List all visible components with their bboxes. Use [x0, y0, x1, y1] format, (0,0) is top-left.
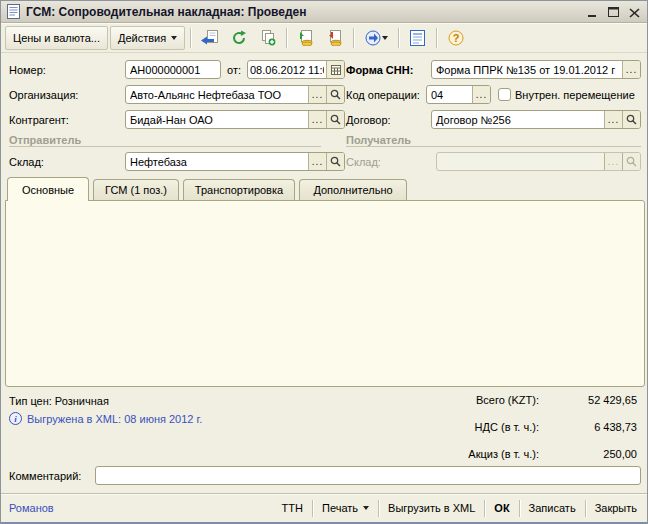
receiver-warehouse-field: ...: [436, 152, 641, 171]
choose-button[interactable]: ...: [308, 153, 326, 170]
receiver-section-title: Получатель: [346, 134, 411, 146]
number-label: Номер:: [9, 64, 46, 76]
prices-currency-label: Цены и валюта...: [13, 32, 100, 44]
tab-label: Основные: [22, 184, 74, 196]
toolbar-separator: [398, 28, 399, 48]
operation-code-input[interactable]: [427, 86, 472, 103]
close-form-button[interactable]: Закрыть: [586, 498, 639, 518]
help-button[interactable]: ?: [442, 26, 469, 50]
actions-menu-button[interactable]: Действия: [110, 26, 185, 50]
sender-section-title: Отправитель: [9, 134, 81, 146]
counterparty-field[interactable]: ...: [125, 110, 345, 129]
date-prefix-label: от:: [227, 64, 241, 76]
window-title: ГСМ: Сопроводительная накладная: Проведе…: [26, 5, 580, 19]
comment-label: Комментарий:: [9, 470, 81, 482]
contract-label: Договор:: [346, 114, 391, 126]
reread-document-button[interactable]: [196, 26, 223, 50]
document-icon: [7, 4, 20, 19]
info-icon: i: [9, 412, 22, 425]
go-to-button[interactable]: [359, 26, 393, 50]
toolbar-separator: [286, 28, 287, 48]
title-bar: ГСМ: Сопроводительная накладная: Проведе…: [1, 1, 647, 23]
prices-currency-button[interactable]: Цены и валюта...: [5, 26, 108, 50]
print-button[interactable]: Печать: [313, 498, 378, 518]
subordination-structure-button[interactable]: [404, 26, 431, 50]
date-field[interactable]: [247, 60, 345, 79]
magnifier-icon[interactable]: [326, 86, 344, 103]
tab-transportation[interactable]: Транспортировка: [183, 179, 295, 200]
excise-value: 250,00: [603, 448, 637, 460]
section-divider: [346, 146, 641, 147]
close-button[interactable]: [628, 6, 641, 18]
status-bar: Романов ТТН Печать Выгрузить в XML ОК За…: [1, 493, 647, 522]
vat-value: 6 438,73: [594, 421, 637, 433]
chevron-down-icon: [171, 36, 177, 40]
organization-field[interactable]: ...: [125, 85, 345, 104]
refresh-button[interactable]: [225, 26, 252, 50]
svg-text:?: ?: [452, 32, 459, 44]
section-divider: [9, 146, 321, 147]
tab-label: ГСМ (1 поз.): [105, 184, 167, 196]
save-button[interactable]: Записать: [520, 498, 585, 518]
number-input[interactable]: [126, 61, 220, 78]
comment-field[interactable]: [95, 466, 641, 485]
total-value: 52 429,65: [588, 394, 637, 406]
minimize-button[interactable]: [586, 6, 599, 18]
contract-field[interactable]: ...: [431, 110, 641, 129]
magnifier-icon[interactable]: [326, 153, 344, 170]
choose-button[interactable]: ...: [604, 111, 622, 128]
chevron-down-icon: [363, 506, 369, 510]
toolbar-separator: [436, 28, 437, 48]
date-input[interactable]: [248, 61, 326, 78]
user-name-link[interactable]: Романов: [9, 502, 273, 514]
choose-button[interactable]: ...: [472, 86, 490, 103]
sender-warehouse-field[interactable]: ...: [125, 152, 345, 171]
main-tab-panel: [5, 200, 645, 387]
toolbar-separator: [353, 28, 354, 48]
tab-additional[interactable]: Дополнительно: [299, 179, 407, 200]
toolbar-separator: [190, 28, 191, 48]
copy-document-button[interactable]: [254, 26, 281, 50]
choose-button[interactable]: ...: [308, 111, 326, 128]
tab-gsm[interactable]: ГСМ (1 поз.): [93, 179, 179, 200]
contract-input[interactable]: [432, 111, 604, 128]
magnifier-icon: [622, 153, 640, 170]
xml-export-note: Выгружена в XML: 08 июня 2012 г.: [27, 413, 202, 425]
sender-warehouse-input[interactable]: [126, 153, 308, 170]
magnifier-icon[interactable]: [326, 111, 344, 128]
total-label: Всего (KZT):: [476, 394, 539, 406]
excise-label: Акциз (в т. ч.):: [468, 448, 539, 460]
print-label: Печать: [322, 502, 358, 514]
vat-label: НДС (в т. ч.):: [475, 421, 539, 433]
sender-warehouse-label: Склад:: [9, 156, 44, 168]
counterparty-input[interactable]: [126, 111, 308, 128]
choose-button[interactable]: ...: [622, 61, 640, 78]
snn-form-field[interactable]: ...: [431, 60, 641, 79]
tab-main[interactable]: Основные: [7, 177, 89, 201]
toolbar: Цены и валюта... Действия: [1, 23, 647, 53]
ttn-button[interactable]: ТТН: [273, 498, 312, 518]
choose-button: ...: [604, 153, 622, 170]
snn-form-label: Форма СНН:: [346, 64, 413, 76]
tab-label: Дополнительно: [313, 184, 392, 196]
price-type-text: Тип цен: Розничная: [9, 395, 109, 407]
comment-input[interactable]: [96, 467, 640, 484]
ok-button[interactable]: ОК: [485, 498, 518, 518]
receiver-warehouse-label: Склад:: [346, 156, 381, 168]
number-field[interactable]: [125, 60, 221, 79]
magnifier-icon[interactable]: [622, 111, 640, 128]
document-postings-button[interactable]: [292, 26, 319, 50]
receiver-warehouse-input: [437, 153, 604, 170]
organization-label: Организация:: [9, 89, 78, 101]
operation-code-field[interactable]: ...: [426, 85, 491, 104]
document-window: ГСМ: Сопроводительная накладная: Проведе…: [0, 0, 648, 524]
snn-form-input[interactable]: [432, 61, 622, 78]
choose-button[interactable]: ...: [308, 86, 326, 103]
internal-move-checkbox[interactable]: [498, 88, 511, 101]
organization-input[interactable]: [126, 86, 308, 103]
cancel-postings-button[interactable]: [321, 26, 348, 50]
maximize-button[interactable]: [607, 6, 620, 18]
export-xml-button[interactable]: Выгрузить в XML: [379, 498, 484, 518]
internal-move-label: Внутрен. перемещение: [515, 89, 635, 101]
calendar-icon[interactable]: [326, 61, 344, 78]
